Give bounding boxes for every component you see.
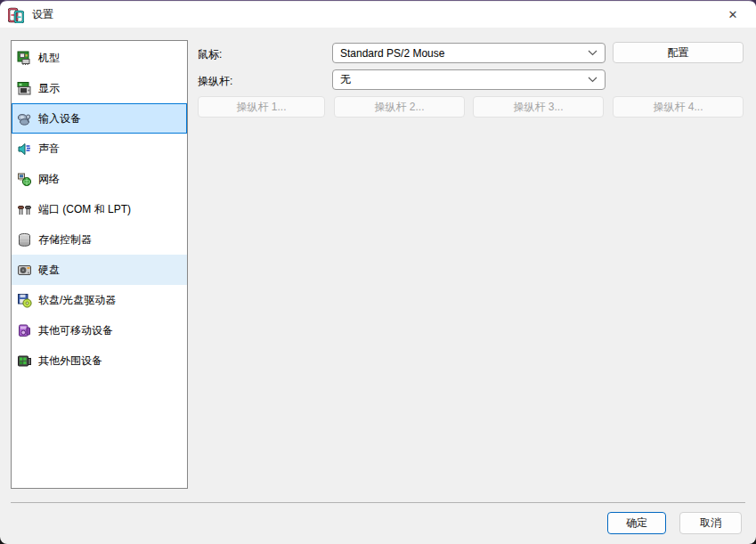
close-button[interactable]: ✕ [713, 2, 752, 27]
sidebar-item-label: 声音 [38, 142, 60, 157]
footer-separator [11, 502, 745, 503]
chevron-down-icon [588, 77, 597, 83]
sidebar-item-label: 输入设备 [38, 111, 81, 126]
sidebar-item-label: 存储控制器 [38, 232, 92, 248]
sound-icon [17, 142, 32, 157]
joystick-2-button: 操纵杆 2... [334, 96, 465, 118]
floppy-cd-icon [17, 293, 32, 308]
sidebar-item-removable-devices[interactable]: 其他可移动设备 [12, 315, 187, 345]
close-icon: ✕ [728, 8, 738, 21]
removable-devices-icon [17, 323, 32, 338]
input-devices-icon [17, 111, 32, 126]
settings-category-list: 机型 显示 输入设备 [11, 40, 188, 489]
storage-controllers-icon [17, 232, 32, 248]
sidebar-item-sound[interactable]: 声音 [12, 134, 187, 164]
sidebar-item-storage-controllers[interactable]: 存储控制器 [12, 224, 187, 255]
joystick-select[interactable]: 无 [332, 69, 606, 90]
titlebar: 设置 ✕ [0, 2, 756, 28]
chevron-down-icon [588, 50, 597, 56]
sidebar-item-label: 网络 [38, 172, 60, 187]
mouse-select[interactable]: Standard PS/2 Mouse [332, 43, 606, 63]
sidebar-item-peripherals[interactable]: 其他外围设备 [12, 345, 187, 376]
joystick-label: 操纵杆: [198, 74, 232, 89]
peripherals-icon [17, 353, 32, 369]
hard-disk-icon [17, 263, 32, 278]
sidebar-item-label: 硬盘 [38, 263, 60, 278]
sidebar-item-ports[interactable]: 端口 (COM 和 LPT) [12, 194, 187, 224]
mouse-select-value: Standard PS/2 Mouse [340, 47, 444, 60]
ports-icon [17, 202, 32, 217]
sidebar-item-label: 机型 [38, 51, 60, 66]
joystick-select-value: 无 [340, 72, 351, 87]
sidebar-item-label: 端口 (COM 和 LPT) [38, 202, 131, 217]
mouse-label: 鼠标: [198, 47, 222, 62]
joystick-4-button: 操纵杆 4... [613, 96, 744, 118]
sidebar-item-machine[interactable]: 机型 [12, 43, 187, 73]
sidebar-item-label: 其他外围设备 [38, 353, 102, 369]
joystick-1-button: 操纵杆 1... [198, 96, 325, 118]
cancel-button[interactable]: 取消 [679, 512, 742, 534]
settings-dialog: 设置 ✕ 机型 显 [0, 0, 756, 544]
network-icon [17, 172, 32, 187]
ok-button[interactable]: 确定 [607, 512, 666, 534]
sidebar-item-floppy-cd[interactable]: 软盘/光盘驱动器 [12, 285, 187, 315]
sidebar-item-label: 其他可移动设备 [38, 323, 113, 338]
sidebar-item-label: 软盘/光盘驱动器 [38, 293, 116, 308]
sidebar-item-hard-disks[interactable]: 硬盘 [12, 255, 187, 285]
joystick-3-button: 操纵杆 3... [473, 96, 604, 118]
window-title: 设置 [32, 7, 53, 22]
machine-icon [17, 51, 32, 66]
sidebar-item-display[interactable]: 显示 [12, 73, 187, 103]
configure-button[interactable]: 配置 [613, 42, 744, 63]
86box-logo-icon [8, 7, 24, 23]
sidebar-item-label: 显示 [38, 81, 60, 96]
sidebar-item-network[interactable]: 网络 [12, 164, 187, 194]
display-icon [17, 81, 32, 96]
sidebar-item-input-devices[interactable]: 输入设备 [12, 103, 187, 134]
